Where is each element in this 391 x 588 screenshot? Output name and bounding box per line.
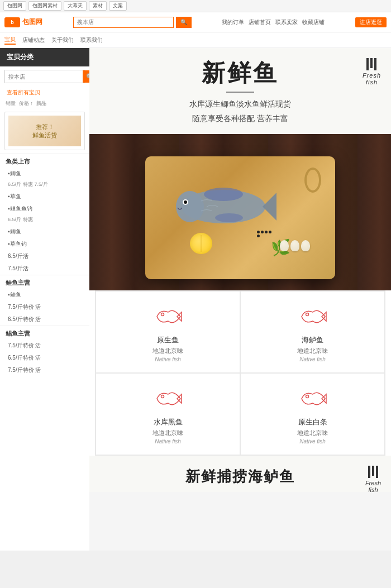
garlic-clove-3 — [301, 240, 310, 251]
sidebar-item-jiyu[interactable]: ▪鲫鱼 — [0, 168, 89, 180]
pepper-3 — [265, 231, 268, 233]
fish-photo-section: 🌿 — [89, 134, 391, 290]
sidebar-item-guiyu-price2[interactable]: 6.5/斤特价 活 — [0, 313, 89, 326]
board-handle — [304, 168, 321, 193]
svg-marker-1 — [263, 193, 276, 221]
feature-1-name: 原生鱼 — [102, 335, 234, 345]
site-logo: b 包图网 — [4, 17, 42, 27]
pepper-4 — [269, 231, 271, 233]
header-search-button[interactable]: 🔍 — [176, 17, 192, 28]
sidebar-search-input[interactable] — [5, 70, 83, 83]
feature-cell-3: 水库黑鱼 地道北京味 Native fish — [96, 373, 240, 455]
browser-tab[interactable]: 大幕天 — [64, 1, 87, 11]
cutting-board: 🌿 — [145, 156, 335, 279]
sidebar-item-caoyudiao[interactable]: ▪草鱼钓 — [0, 238, 89, 250]
sidebar-item-guiyu[interactable]: ▪鲑鱼 — [0, 289, 89, 301]
sidebar-item-price2[interactable]: 7.5/斤活 — [0, 262, 89, 275]
feature-icon-1 — [151, 303, 185, 331]
sidebar-sub-liyu-price[interactable]: 6.5/斤 特惠 — [8, 216, 33, 223]
nav-favorite[interactable]: 收藏店铺 — [302, 18, 325, 26]
sidebar-sub-price-2[interactable]: 7.5/斤 — [35, 181, 48, 188]
sidebar-item-changyu-price2[interactable]: 6.5/斤特价 活 — [0, 352, 89, 364]
nav-orders[interactable]: 我的订单 — [222, 18, 244, 26]
feature-3-desc-cn: 地道北京味 — [102, 429, 234, 437]
feature-3-desc-en: Native fish — [102, 438, 234, 444]
sidebar-item-changyu-price1[interactable]: 7.5/斤特价 活 — [0, 340, 89, 352]
fresh-tag-bars — [366, 58, 376, 70]
garlic-clove-2 — [290, 240, 299, 251]
bottom-fresh-text-1: Fresh — [365, 480, 381, 486]
sidebar: 宝贝分类 🔍 查看所有宝贝 销量 价格 ↑ 新品 推荐！鲜鱼活货 鱼类上市 ▪鲫… — [0, 48, 89, 551]
logo-text: 包图网 — [22, 17, 42, 27]
sidebar-item-changyu-price3[interactable]: 7.5/斤特价 活 — [0, 364, 89, 376]
sort-sales[interactable]: 销量 — [6, 100, 16, 107]
feature-cell-4: 原生白条 地道北京味 Native fish — [240, 373, 385, 455]
nav-about[interactable]: 关于我们 — [51, 36, 74, 44]
bar-3 — [374, 58, 376, 70]
svg-point-6 — [215, 213, 243, 222]
feature-cell-2: 海鲈鱼 地道北京味 Native fish — [240, 291, 385, 373]
sidebar-all-link[interactable]: 查看所有宝贝 — [0, 87, 89, 99]
bottom-bar-2 — [372, 466, 374, 476]
bottom-fresh-bars — [365, 466, 381, 478]
svg-point-4 — [184, 200, 187, 204]
sort-price[interactable]: 价格 ↑ — [19, 100, 33, 107]
pepper-5 — [257, 235, 260, 237]
sidebar-sub-items-2: 6.5/斤 特惠 — [0, 215, 89, 226]
product-area: 新鲜鱼 Fresh fish 水库源生鲫鱼淡水鱼鲜活现货 随意享受各种搭配 营养… — [89, 48, 391, 551]
hero-subtitle-line2: 随意享受各种搭配 营养丰富 — [101, 112, 380, 126]
browser-tab[interactable]: 素材 — [89, 1, 107, 11]
site-header: b 包图网 🔍 我的订单 店铺首页 联系卖家 收藏店铺 进店逛逛 — [0, 12, 391, 32]
feature-cell-1: 原生鱼 地道北京味 Native fish — [96, 291, 240, 373]
nav-dongtai[interactable]: 店铺动态 — [22, 36, 45, 44]
bar-2 — [370, 58, 373, 68]
feature-icon-2 — [296, 303, 330, 331]
feature-2-name: 海鲈鱼 — [246, 335, 379, 345]
enter-store-button[interactable]: 进店逛逛 — [355, 17, 387, 27]
nav-shop[interactable]: 店铺首页 — [249, 18, 271, 26]
nav-baobei[interactable]: 宝贝 — [4, 36, 16, 45]
hero-section: 新鲜鱼 Fresh fish 水库源生鲫鱼淡水鱼鲜活现货 随意享受各种搭配 营养… — [89, 48, 391, 134]
features-grid: 原生鱼 地道北京味 Native fish 海鲈鱼 地道北京味 — [95, 290, 385, 456]
hero-divider — [226, 92, 254, 93]
fresh-text-1: Fresh — [363, 72, 381, 79]
header-search-input[interactable] — [73, 17, 174, 28]
garlic — [280, 240, 310, 251]
logo-icon: b — [4, 17, 20, 27]
main-layout: 宝贝分类 🔍 查看所有宝贝 销量 价格 ↑ 新品 推荐！鲜鱼活货 鱼类上市 ▪鲫… — [0, 48, 391, 551]
feature-1-desc-cn: 地道北京味 — [102, 347, 234, 355]
feature-2-desc-cn: 地道北京味 — [246, 347, 379, 355]
fish-scene: 🌿 — [89, 134, 391, 290]
svg-point-2 — [176, 191, 204, 222]
secondary-nav: 宝贝 店铺动态 关于我们 联系我们 — [0, 32, 391, 48]
sidebar-item-price1[interactable]: 6.5/斤活 — [0, 250, 89, 262]
fresh-tag: Fresh fish — [363, 58, 381, 85]
svg-point-7 — [161, 313, 164, 315]
feature-3-name: 水库黑鱼 — [102, 417, 234, 427]
sidebar-item-liyu[interactable]: ▪鲤鱼鱼钓 — [0, 203, 89, 215]
nav-contact[interactable]: 联系卖家 — [275, 18, 298, 26]
bottom-title: 新鲜捕捞海鲈鱼 — [101, 467, 380, 486]
sidebar-sub-price-1[interactable]: 6.5/斤 特惠 — [8, 181, 33, 188]
browser-tab[interactable]: 文案 — [109, 1, 127, 11]
browser-tab[interactable]: 包图网 — [3, 1, 26, 11]
pepper-1 — [257, 231, 260, 233]
sidebar-item-caoyu[interactable]: ▪草鱼 — [0, 190, 89, 203]
sidebar-section-1-title: 鱼类上市 — [0, 154, 89, 168]
garlic-clove-1 — [280, 240, 289, 251]
sidebar-search: 🔍 — [4, 70, 85, 83]
browser-tab[interactable]: 包图网素材 — [28, 1, 61, 11]
nav-lianjie[interactable]: 联系我们 — [80, 36, 103, 44]
sidebar-sub-items-1: 6.5/斤 特惠 7.5/斤 — [0, 180, 89, 190]
pepper-2 — [261, 231, 264, 233]
sidebar-item-jiyu2[interactable]: ▪鲫鱼 — [0, 226, 89, 238]
bottom-bar-3 — [376, 466, 378, 478]
hero-subtitle: 水库源生鲫鱼淡水鱼鲜活现货 随意享受各种搭配 营养丰富 — [101, 97, 380, 125]
svg-point-5 — [204, 188, 243, 201]
bottom-fresh-text-2: fish — [365, 486, 381, 493]
sort-new[interactable]: 新品 — [36, 100, 46, 107]
sidebar-item-guiyu-price1[interactable]: 7.5/斤特价 活 — [0, 301, 89, 313]
sidebar-nav-row: 销量 价格 ↑ 新品 — [0, 99, 89, 108]
feature-2-desc-en: Native fish — [246, 356, 379, 362]
sidebar-featured-box: 推荐！鲜鱼活货 — [4, 112, 85, 150]
